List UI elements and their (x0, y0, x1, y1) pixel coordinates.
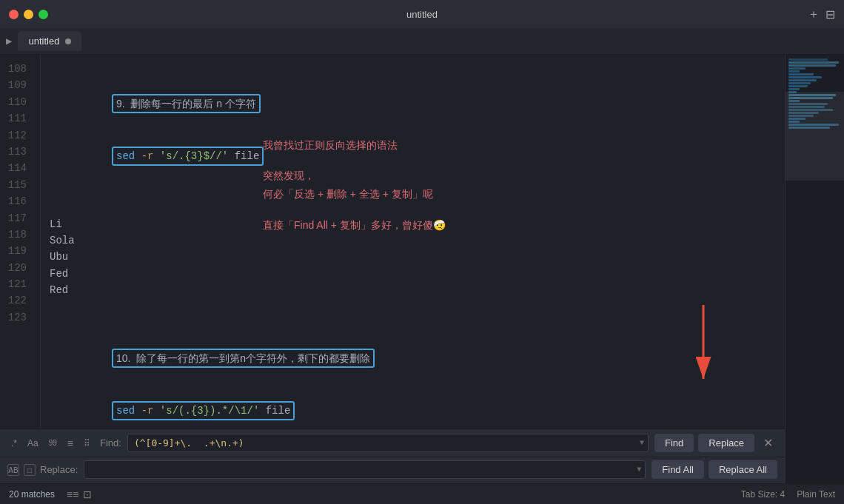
selection-110: sed -r 's/.{3}$//' file (112, 147, 264, 166)
minimap-line (788, 67, 806, 70)
status-right: Tab Size: 4 Plain Text (741, 489, 835, 500)
line-num-123: 123 (0, 309, 33, 326)
minimap-line (788, 79, 817, 81)
minimap-line (788, 64, 836, 67)
line-num-109: 109 (0, 77, 33, 93)
wrap-button[interactable]: ≡ (64, 435, 77, 451)
replace-input[interactable] (84, 460, 646, 479)
tabbar: ▶ untitled (0, 28, 844, 55)
main-area: 108 109 110 111 112 113 114 115 116 117 … (0, 55, 844, 483)
find-button[interactable]: Find (654, 434, 694, 452)
selection-109: 9. 删除每一行的最后 n 个字符 (112, 94, 261, 113)
minimap-line (788, 70, 800, 73)
find-dropdown-icon[interactable]: ▼ (640, 439, 644, 447)
replace-input-wrap: ▼ (84, 460, 646, 479)
annotation-line4: 直接「Find All + 复制」多好，曾好傻🤕 (263, 216, 446, 235)
line-num-121: 121 (0, 276, 33, 292)
replace-button[interactable]: Replace (698, 434, 754, 452)
replace-all-button[interactable]: Replace All (709, 460, 777, 479)
replacebar: AB □ Replace: ▼ Find All Replace All (0, 457, 785, 483)
annotation-line2: 突然发现， (263, 167, 446, 185)
minimap-line (788, 82, 811, 84)
status-icon-btn-1[interactable]: ≡≡ (67, 488, 78, 500)
find-all-button[interactable]: Find All (652, 460, 704, 479)
titlebar-actions: ＋ ⊟ (808, 7, 835, 22)
minimize-button[interactable] (24, 10, 33, 19)
tab-arrow-icon[interactable]: ▶ (6, 35, 12, 47)
red-arrow (681, 305, 726, 399)
flag-r-110: -r (141, 150, 154, 162)
line-num-120: 120 (0, 260, 33, 276)
whole-word-button[interactable]: 99 (45, 437, 61, 449)
selection-121: sed -r 's/(.{3}).*/\1/' file (112, 401, 295, 420)
code-line-109: 9. 删除每一行的最后 n 个字符 (50, 77, 776, 130)
code-line-117: Red (50, 282, 776, 298)
line-num-112: 112 (0, 127, 33, 144)
replace-actions: Find All Replace All (652, 460, 777, 479)
line-num-113: 113 (0, 144, 33, 160)
status-icon-btn-2[interactable]: ⊡ (83, 488, 92, 500)
find-input[interactable] (127, 434, 649, 452)
close-button[interactable] (9, 10, 19, 19)
code-line-121: sed -r 's/(.{3}).*/\1/' file (50, 384, 776, 429)
statusbar: 20 matches ≡≡ ⊡ Tab Size: 4 Plain Text (0, 483, 844, 504)
find-label: Find: (100, 437, 121, 448)
code-line-118 (50, 298, 776, 315)
str-121: 's/(.{3}).*/\1/' (160, 405, 259, 417)
code-line-116: Fed (50, 266, 776, 282)
line-num-114: 114 (0, 160, 33, 176)
titlebar: untitled ＋ ⊟ (0, 0, 844, 28)
line-num-117: 117 (0, 210, 33, 226)
case-sensitive-button[interactable]: Aa (24, 436, 42, 451)
find-input-wrap: ▼ (127, 434, 649, 452)
replace-wrap-icon: □ (24, 464, 36, 476)
flag-r-121: -r (141, 405, 154, 417)
findbar-close-button[interactable]: ✕ (759, 434, 777, 451)
line-num-116: 116 (0, 193, 33, 209)
context-button[interactable]: ⠿ (80, 436, 94, 451)
line-numbers: 108 109 110 111 112 113 114 115 116 117 … (0, 55, 41, 429)
line-num-111: 111 (0, 110, 33, 127)
minimap (785, 55, 844, 483)
replace-left: AB □ Replace: (7, 464, 78, 476)
editor-area[interactable]: 108 109 110 111 112 113 114 115 116 117 … (0, 55, 785, 483)
cmd-sed-110: sed (116, 150, 135, 162)
findbar-actions: Find Replace ✕ (654, 434, 777, 452)
tab-size-label: Tab Size: 4 (741, 489, 785, 500)
line-num-108: 108 (0, 61, 33, 77)
regex-toggle-button[interactable]: .* (7, 436, 21, 451)
minimap-line (788, 76, 822, 78)
code-content[interactable]: 9. 删除每一行的最后 n 个字符 sed -r 's/.{3}$//' fil… (41, 55, 785, 429)
annotation-block: 我曾找过正则反向选择的语法 突然发现， 何必「反选 + 删除 + 全选 + 复制… (263, 136, 446, 235)
status-icons: ≡≡ ⊡ (67, 488, 92, 500)
status-left: 20 matches ≡≡ ⊡ (9, 488, 92, 500)
code-line-108 (50, 61, 776, 77)
selection-120: 10. 除了每一行的第一到第n个字符外，剩下的都要删除 (112, 349, 375, 368)
findbar: .* Aa 99 ≡ ⠿ Find: ▼ Find Replace ✕ (0, 429, 785, 457)
code-scroll[interactable]: 108 109 110 111 112 113 114 115 116 117 … (0, 55, 785, 429)
tab-untitled[interactable]: untitled (18, 31, 81, 51)
window-title: untitled (406, 9, 438, 20)
minimap-line (788, 73, 814, 75)
line-num-118: 118 (0, 226, 33, 243)
minimap-line (788, 85, 808, 87)
add-tab-button[interactable]: ＋ (808, 7, 820, 22)
replace-label: Replace: (40, 464, 78, 475)
str-110: 's/.{3}$//' (160, 150, 228, 162)
maximize-button[interactable] (38, 10, 48, 19)
layout-button[interactable]: ⊟ (825, 7, 835, 21)
line-num-122: 122 (0, 292, 33, 309)
code-line-115: Ubu (50, 249, 776, 265)
annotation-line1: 我曾找过正则反向选择的语法 (263, 136, 446, 155)
minimap-line (788, 88, 800, 90)
tab-label: untitled (28, 36, 59, 47)
plain-text-label: Plain Text (797, 489, 835, 500)
cmd-sed-121: sed (116, 405, 135, 417)
line-num-110: 110 (0, 94, 33, 110)
minimap-line (788, 61, 839, 64)
traffic-lights (9, 10, 48, 19)
replace-case-icon: AB (7, 464, 19, 476)
replace-dropdown-icon[interactable]: ▼ (637, 466, 641, 474)
minimap-viewport (786, 92, 844, 181)
tab-modified-dot (65, 38, 71, 44)
